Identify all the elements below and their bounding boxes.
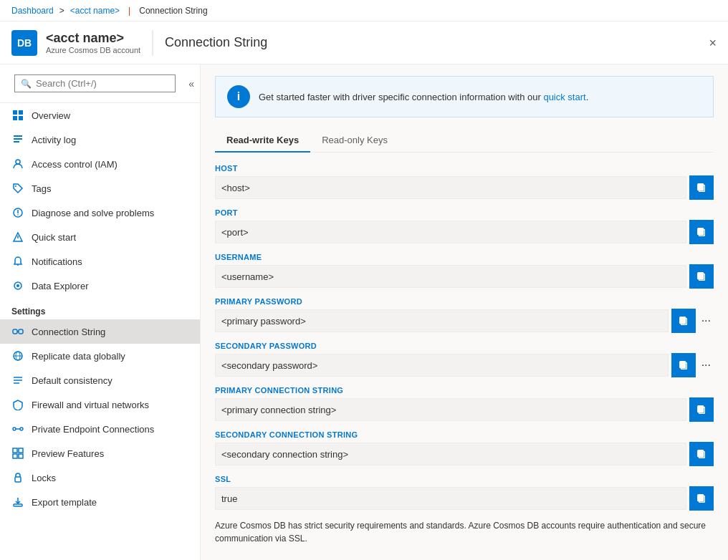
breadcrumb-sep1: > — [59, 6, 64, 16]
preview-features-icon — [11, 447, 24, 460]
sidebar-item-overview[interactable]: Overview — [0, 103, 200, 127]
field-row-port — [215, 220, 714, 244]
field-input-port[interactable] — [215, 221, 686, 243]
quick-start-link[interactable]: quick start — [543, 92, 585, 102]
field-label-secondary-connection-string: SECONDARY CONNECTION STRING — [215, 430, 714, 439]
replicate-data-icon — [11, 349, 24, 362]
copy-button-port[interactable] — [689, 220, 714, 244]
sidebar-item-locks[interactable]: Locks — [0, 465, 200, 490]
field-group-username: USERNAME — [215, 253, 714, 289]
info-icon: i — [227, 85, 250, 108]
field-row-username — [215, 264, 714, 289]
fields-container: HOSTPORTUSERNAMEPRIMARY PASSWORD···SECON… — [215, 164, 714, 511]
field-input-host[interactable] — [215, 176, 686, 199]
private-endpoint-icon — [11, 423, 24, 435]
sidebar-item-access-control[interactable]: Access control (IAM) — [0, 152, 200, 176]
nav-section-main: Overview Activity log Access control (IA… — [0, 103, 200, 225]
sidebar-item-private-endpoint[interactable]: Private Endpoint Connections — [0, 417, 200, 441]
svg-rect-51 — [698, 406, 704, 412]
svg-rect-2 — [13, 116, 17, 120]
sidebar-item-data-explorer[interactable]: Data Explorer — [0, 274, 200, 298]
nav-section-secondary: Quick start Notifications Data Explorer — [0, 225, 200, 298]
field-row-primary-connection-string — [215, 397, 714, 422]
copy-button-primary-connection-string[interactable] — [689, 397, 714, 422]
svg-rect-17 — [13, 329, 17, 334]
field-input-secondary-connection-string[interactable] — [215, 443, 686, 465]
sidebar-label-quick-start: Quick start — [32, 232, 76, 243]
svg-point-27 — [20, 428, 23, 430]
close-button[interactable]: × — [709, 35, 717, 50]
field-input-username[interactable] — [215, 265, 686, 288]
svg-rect-54 — [698, 450, 704, 457]
field-input-secondary-password[interactable] — [215, 354, 669, 377]
copy-button-ssl[interactable] — [689, 486, 714, 511]
sidebar-item-default-consistency[interactable]: Default consistency — [0, 368, 200, 392]
search-box[interactable]: 🔍 — [14, 74, 176, 92]
field-label-port: PORT — [215, 208, 714, 217]
breadcrumb-pipe: | — [128, 6, 130, 16]
sidebar-label-private-endpoint: Private Endpoint Connections — [32, 424, 154, 435]
copy-button-host[interactable] — [689, 175, 714, 200]
svg-rect-32 — [19, 454, 23, 458]
svg-rect-0 — [13, 110, 17, 115]
more-button-secondary-password[interactable]: ··· — [699, 356, 714, 375]
svg-rect-31 — [13, 454, 17, 458]
svg-rect-36 — [698, 184, 704, 190]
tab-read-write[interactable]: Read-write Keys — [215, 129, 310, 153]
sidebar-label-preview-features: Preview Features — [32, 448, 104, 459]
tab-read-only[interactable]: Read-only Keys — [310, 129, 399, 153]
field-label-host: HOST — [215, 164, 714, 173]
sidebar-label-diagnose: Diagnose and solve problems — [32, 208, 154, 218]
sidebar-item-replicate-data[interactable]: Replicate data globally — [0, 344, 200, 368]
field-input-primary-connection-string[interactable] — [215, 398, 686, 421]
header-divider — [152, 30, 153, 56]
field-row-host — [215, 175, 714, 200]
search-input[interactable] — [36, 78, 169, 89]
footer-text: Azure Cosmos DB has strict security requ… — [215, 519, 714, 545]
copy-button-primary-password[interactable] — [671, 309, 696, 333]
sidebar-item-tags[interactable]: Tags — [0, 176, 200, 201]
breadcrumb-current: Connection String — [139, 6, 207, 16]
field-label-secondary-password: SECONDARY PASSWORD — [215, 342, 714, 350]
field-group-port: PORT — [215, 208, 714, 244]
main-layout: 🔍 « Overview Activity log — [0, 64, 728, 560]
page-header: DB <acct name> Azure Cosmos DB account C… — [0, 21, 728, 64]
sidebar-item-preview-features[interactable]: Preview Features — [0, 441, 200, 465]
breadcrumb-dashboard[interactable]: Dashboard — [11, 6, 54, 16]
settings-section: Connection String Replicate data globall… — [0, 319, 200, 514]
page-title: Connection String — [165, 35, 267, 50]
copy-button-username[interactable] — [689, 264, 714, 289]
svg-point-16 — [16, 284, 19, 287]
sidebar-item-firewall[interactable]: Firewall and virtual networks — [0, 392, 200, 417]
sidebar-item-quick-start[interactable]: Quick start — [0, 225, 200, 249]
diagnose-icon — [11, 206, 24, 219]
header-titles: <acct name> Azure Cosmos DB account — [46, 31, 140, 54]
more-button-primary-password[interactable]: ··· — [699, 312, 714, 330]
account-name: <acct name> — [46, 31, 140, 46]
account-icon: DB — [11, 30, 37, 56]
collapse-button[interactable]: « — [188, 78, 194, 90]
sidebar-label-data-explorer: Data Explorer — [32, 281, 88, 291]
sidebar-label-overview: Overview — [32, 110, 70, 121]
field-input-primary-password[interactable] — [215, 309, 669, 332]
breadcrumb-acct[interactable]: <acct name> — [70, 6, 120, 16]
sidebar-item-activity-log[interactable]: Activity log — [0, 127, 200, 152]
sidebar-label-tags: Tags — [32, 183, 51, 194]
copy-button-secondary-connection-string[interactable] — [689, 442, 714, 466]
field-input-ssl[interactable] — [215, 487, 686, 510]
field-group-secondary-password: SECONDARY PASSWORD··· — [215, 342, 714, 377]
field-label-primary-password: PRIMARY PASSWORD — [215, 297, 714, 306]
sidebar-item-diagnose[interactable]: Diagnose and solve problems — [0, 201, 200, 225]
sidebar-item-notifications[interactable]: Notifications — [0, 249, 200, 274]
sidebar: 🔍 « Overview Activity log — [0, 64, 201, 560]
sidebar-item-export-template[interactable]: Export template — [0, 490, 200, 514]
svg-rect-57 — [698, 495, 704, 501]
export-template-icon — [11, 496, 24, 508]
settings-section-header: Settings — [0, 298, 200, 319]
copy-button-secondary-password[interactable] — [671, 353, 696, 377]
field-group-primary-password: PRIMARY PASSWORD··· — [215, 297, 714, 333]
sidebar-label-default-consistency: Default consistency — [32, 375, 112, 386]
quick-start-icon — [11, 231, 24, 243]
sidebar-item-connection-string[interactable]: Connection String — [0, 319, 200, 344]
field-group-primary-connection-string: PRIMARY CONNECTION STRING — [215, 386, 714, 422]
